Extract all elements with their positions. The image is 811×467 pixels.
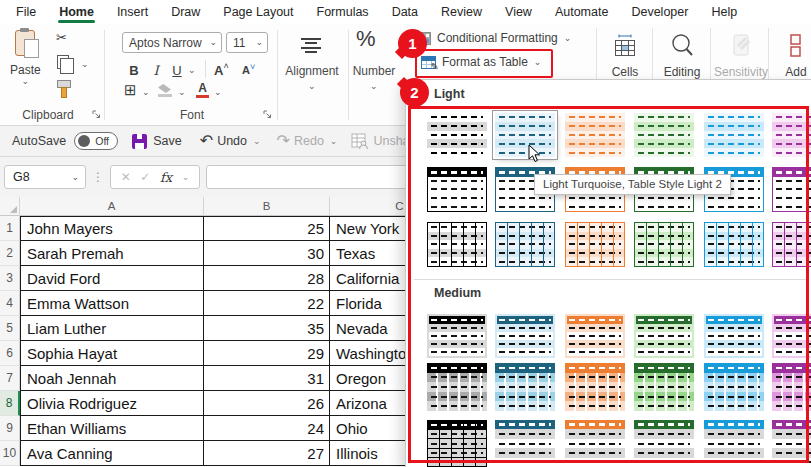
cell[interactable]: 22	[204, 291, 330, 316]
font-size-combo[interactable]: 11 ⌄	[226, 32, 268, 53]
chevron-down-icon[interactable]: ⌄	[308, 82, 316, 91]
menu-item-formulas[interactable]: Formulas	[317, 0, 369, 24]
cell[interactable]: John Mayers	[20, 216, 204, 241]
increase-font-button[interactable]: A˄	[214, 60, 229, 80]
table-style-medium-2-turquoise[interactable]	[495, 314, 555, 358]
menu-item-home[interactable]: Home	[59, 0, 94, 24]
cell[interactable]: 25	[204, 216, 330, 241]
table-style-medium-15-orange[interactable]	[565, 420, 625, 467]
cell[interactable]: 31	[204, 366, 330, 391]
table-style-light-7-black[interactable]	[427, 167, 487, 212]
undo-button[interactable]: ↶ Undo ⌄	[200, 133, 261, 149]
chevron-down-icon[interactable]: ⌄	[214, 88, 222, 97]
italic-button[interactable]: I	[149, 60, 163, 80]
row-header-9[interactable]: 9	[0, 416, 20, 441]
format-painter-button[interactable]	[57, 80, 69, 96]
menu-item-developer[interactable]: Developer	[631, 0, 688, 24]
table-style-light-13-black[interactable]	[427, 222, 487, 267]
cell[interactable]: 27	[204, 441, 330, 466]
editing-group-button[interactable]: Editing	[654, 26, 710, 79]
insert-function-icon[interactable]: fx	[160, 170, 172, 185]
cut-button[interactable]: ✂	[56, 30, 67, 45]
table-style-light-17-blue[interactable]	[704, 222, 764, 267]
menu-item-file[interactable]: File	[16, 0, 36, 24]
paste-button[interactable]: Paste ⌄	[10, 30, 41, 86]
chevron-down-icon[interactable]: ⌄	[142, 88, 150, 97]
table-style-medium-11-blue[interactable]	[704, 363, 764, 411]
table-style-light-5-blue[interactable]	[704, 113, 764, 157]
row-header-8[interactable]: 8	[0, 391, 20, 416]
fill-color-button[interactable]	[158, 84, 172, 97]
table-style-medium-3-orange[interactable]	[565, 314, 625, 358]
table-style-medium-18-purple[interactable]	[772, 420, 811, 467]
menu-item-help[interactable]: Help	[711, 0, 737, 24]
format-as-table-button[interactable]: ✎ Format as Table ⌄	[421, 55, 541, 69]
table-style-medium-1-black[interactable]	[427, 314, 487, 358]
row-header-1[interactable]: 1	[0, 216, 20, 241]
chevron-down-icon[interactable]: ⌄	[188, 66, 196, 75]
menu-item-insert[interactable]: Insert	[117, 0, 148, 24]
row-header-6[interactable]: 6	[0, 341, 20, 366]
menu-item-review[interactable]: Review	[441, 0, 482, 24]
table-style-light-2-turquoise[interactable]	[495, 113, 555, 157]
cell[interactable]: 28	[204, 266, 330, 291]
chevron-down-icon[interactable]: ⌄	[370, 82, 378, 91]
copy-button[interactable]	[57, 55, 69, 69]
dialog-launcher-icon[interactable]	[92, 110, 101, 119]
table-style-light-18-purple[interactable]	[772, 222, 811, 267]
table-style-medium-16-green[interactable]	[634, 420, 694, 467]
table-style-light-6-purple[interactable]	[772, 113, 811, 157]
menu-item-draw[interactable]: Draw	[171, 0, 200, 24]
table-style-medium-7-black[interactable]	[427, 363, 487, 411]
column-header-a[interactable]: A	[20, 197, 204, 216]
font-color-button[interactable]: A	[196, 82, 209, 98]
table-style-medium-4-green[interactable]	[634, 314, 694, 358]
row-header-5[interactable]: 5	[0, 316, 20, 341]
cell[interactable]: Liam Luther	[20, 316, 204, 341]
table-style-light-4-green[interactable]	[634, 113, 694, 157]
name-box[interactable]: G8 ⌄	[4, 165, 86, 189]
table-style-medium-8-turquoise[interactable]	[495, 363, 555, 411]
table-style-medium-17-blue[interactable]	[704, 420, 764, 467]
table-style-light-3-orange[interactable]	[565, 113, 625, 157]
cell[interactable]: 26	[204, 391, 330, 416]
table-style-light-16-green[interactable]	[634, 222, 694, 267]
row-header-7[interactable]: 7	[0, 366, 20, 391]
column-header-b[interactable]: B	[204, 197, 330, 216]
cell[interactable]: Emma Wattson	[20, 291, 204, 316]
save-button[interactable]: Save	[132, 134, 182, 149]
number-group-label[interactable]: Number	[348, 64, 400, 78]
cell[interactable]: Noah Jennah	[20, 366, 204, 391]
table-style-medium-5-blue[interactable]	[704, 314, 764, 358]
table-style-light-14-turquoise[interactable]	[495, 222, 555, 267]
select-all-corner[interactable]	[0, 197, 20, 216]
table-style-light-12-purple[interactable]	[772, 167, 811, 212]
cell[interactable]: Ethan Williams	[20, 416, 204, 441]
conditional-formatting-button[interactable]: Conditional Formatting ⌄	[418, 31, 571, 45]
chevron-down-icon[interactable]: ⌄	[81, 60, 89, 69]
row-header-4[interactable]: 4	[0, 291, 20, 316]
menu-item-view[interactable]: View	[505, 0, 532, 24]
underline-button[interactable]: U	[170, 60, 184, 80]
autosave-toggle[interactable]: Off	[74, 132, 118, 150]
decrease-font-button[interactable]: A˅	[242, 60, 255, 80]
alignment-group-label[interactable]: Alignment	[281, 64, 343, 78]
cell[interactable]: 29	[204, 341, 330, 366]
menu-item-automate[interactable]: Automate	[555, 0, 609, 24]
add-group-button[interactable]: Add	[770, 26, 811, 79]
table-style-medium-9-orange[interactable]	[565, 363, 625, 411]
cells-group-button[interactable]: Cells	[599, 26, 651, 79]
cell[interactable]: 30	[204, 241, 330, 266]
menu-item-page-layout[interactable]: Page Layout	[223, 0, 293, 24]
table-style-medium-6-purple[interactable]	[772, 314, 811, 358]
cell[interactable]: Sarah Premah	[20, 241, 204, 266]
menu-item-data[interactable]: Data	[392, 0, 418, 24]
table-style-light-1-black[interactable]	[427, 113, 487, 157]
dialog-launcher-icon[interactable]	[263, 110, 272, 119]
borders-button[interactable]: ⊞	[124, 81, 137, 99]
row-header-3[interactable]: 3	[0, 266, 20, 291]
font-name-combo[interactable]: Aptos Narrow ⌄	[122, 32, 222, 53]
chevron-down-icon[interactable]: ⌄	[178, 88, 186, 97]
bold-button[interactable]: B	[126, 60, 142, 80]
table-style-medium-14-turquoise[interactable]	[495, 420, 555, 467]
